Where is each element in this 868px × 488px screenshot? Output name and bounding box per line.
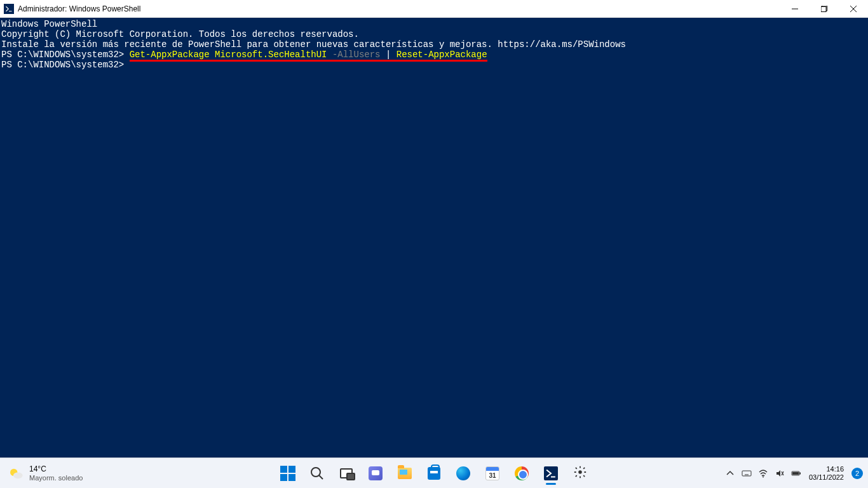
calendar-button[interactable]: 31 (480, 461, 505, 486)
task-view-button[interactable] (334, 461, 359, 486)
tray-clock[interactable]: 14:16 03/11/2022 (806, 465, 846, 482)
minimize-button[interactable] (780, 0, 810, 18)
file-explorer-button[interactable] (392, 461, 417, 486)
microsoft-store-button[interactable] (421, 461, 447, 486)
powershell-icon (4, 4, 14, 14)
folder-icon (398, 468, 412, 479)
svg-point-7 (311, 468, 320, 477)
prompt: PS C:\WINDOWS\system32> (1, 60, 124, 70)
powershell-icon (544, 466, 558, 480)
start-button[interactable] (275, 461, 301, 486)
powershell-taskbar-button[interactable] (538, 461, 564, 486)
svg-point-15 (763, 476, 764, 477)
taskbar-weather-widget[interactable]: 14°C Mayorm. soleado (0, 464, 191, 482)
command-flag: -AllUsers (332, 50, 386, 60)
weather-condition: Mayorm. soleado (29, 473, 83, 482)
svg-rect-20 (792, 472, 799, 475)
calendar-icon: 31 (485, 466, 499, 480)
search-icon (309, 466, 325, 481)
console-line: PS C:\WINDOWS\system32> Get-AppxPackage … (1, 50, 867, 60)
svg-rect-19 (799, 472, 801, 474)
calendar-day: 31 (486, 472, 499, 479)
console-line: Copyright (C) Microsoft Corporation. Tod… (1, 29, 867, 39)
store-icon (428, 467, 440, 480)
chevron-up-icon[interactable] (725, 468, 735, 478)
windows-logo-icon (280, 466, 295, 481)
weather-icon (8, 465, 24, 482)
command-pipe: | (386, 50, 397, 60)
search-button[interactable] (304, 461, 330, 486)
chrome-button[interactable] (509, 461, 534, 486)
powershell-window: Administrador: Windows PowerShell Window… (0, 0, 868, 458)
chat-icon (369, 466, 383, 480)
titlebar[interactable]: Administrador: Windows PowerShell (0, 0, 868, 18)
wifi-icon[interactable] (758, 468, 768, 478)
notifications-badge[interactable]: 2 (851, 468, 863, 479)
task-view-icon (340, 468, 353, 478)
close-button[interactable] (839, 0, 868, 18)
weather-temperature: 14°C (29, 464, 83, 473)
svg-rect-10 (742, 471, 751, 476)
weather-text: 14°C Mayorm. soleado (29, 464, 83, 482)
command-text: Reset-AppxPackage (397, 50, 487, 60)
console-area[interactable]: Windows PowerShellCopyright (C) Microsof… (0, 18, 868, 458)
window-title: Administrador: Windows PowerShell (18, 4, 140, 13)
taskbar-center: 31 (275, 458, 593, 488)
svg-point-9 (578, 470, 582, 474)
clock-time: 14:16 (809, 465, 844, 473)
svg-line-8 (319, 475, 323, 479)
settings-button[interactable] (567, 461, 593, 486)
console-line: Windows PowerShell (1, 19, 867, 29)
taskbar: 14°C Mayorm. soleado 31 (0, 458, 868, 488)
keyboard-icon[interactable] (742, 468, 752, 478)
edge-button[interactable] (451, 461, 476, 486)
tray-icons[interactable] (725, 468, 801, 478)
volume-icon[interactable] (775, 468, 785, 478)
taskbar-tray: 14:16 03/11/2022 2 (725, 458, 863, 488)
prompt: PS C:\WINDOWS\system32> (1, 50, 130, 60)
gear-icon (573, 465, 587, 482)
chrome-icon (515, 466, 529, 480)
command-text: Get-AppxPackage Microsoft.SecHealthUI (130, 50, 332, 60)
window-controls (780, 0, 868, 17)
edge-icon (456, 466, 470, 480)
clock-date: 03/11/2022 (809, 473, 844, 482)
console-line: Instale la versión más reciente de Power… (1, 39, 867, 50)
svg-point-6 (13, 472, 23, 478)
chat-button[interactable] (363, 461, 388, 486)
maximize-button[interactable] (810, 0, 839, 18)
battery-icon[interactable] (791, 468, 801, 478)
svg-rect-2 (821, 7, 826, 12)
